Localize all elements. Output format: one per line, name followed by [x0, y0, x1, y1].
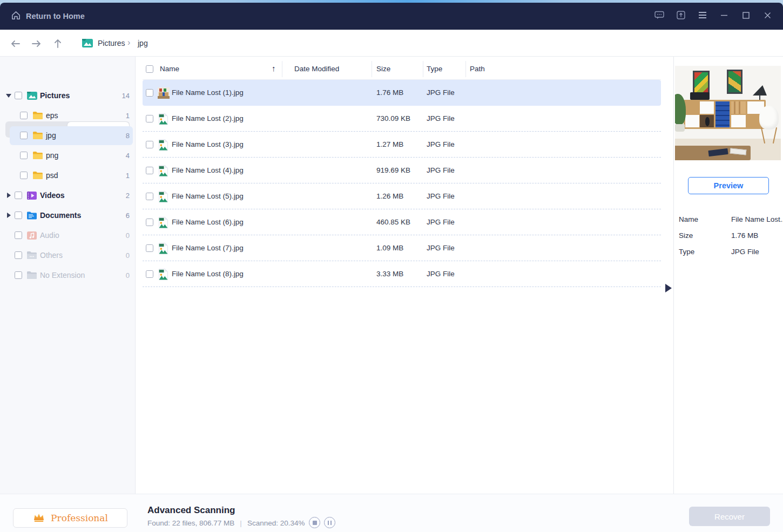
- sidebar-item-count: 8: [126, 132, 130, 140]
- file-row[interactable]: File Name Lost (2).jpg 730.09 KB JPG Fil…: [143, 106, 661, 132]
- navigation-toolbar: Pictures › jpg Filter Details: [0, 30, 783, 57]
- file-size: 3.33 MB: [376, 270, 403, 278]
- sidebar-item-count: 6: [126, 212, 130, 220]
- checkbox[interactable]: [20, 172, 28, 179]
- row-checkbox[interactable]: [146, 167, 153, 174]
- preview-panel: Preview Name File Name Lost.. Size 1.76 …: [673, 57, 783, 494]
- pictures-icon: [26, 91, 38, 103]
- pause-scan-button[interactable]: [324, 517, 335, 528]
- row-checkbox[interactable]: [146, 115, 153, 122]
- collapse-arrow-icon[interactable]: [6, 94, 11, 98]
- breadcrumb-root[interactable]: Pictures: [98, 39, 125, 47]
- sidebar-item-documents[interactable]: Documents 6: [0, 206, 135, 226]
- sidebar-item-audio[interactable]: Audio 0: [0, 226, 135, 245]
- select-all-checkbox[interactable]: [146, 65, 153, 73]
- row-checkbox[interactable]: [146, 89, 153, 97]
- stop-scan-button[interactable]: [309, 517, 320, 528]
- jpg-file-icon: [158, 243, 170, 254]
- checkbox[interactable]: [15, 92, 22, 99]
- file-row[interactable]: File Name Lost (7).jpg 1.09 MB JPG File: [143, 235, 661, 261]
- close-button[interactable]: [761, 10, 774, 22]
- column-header-size[interactable]: Size: [376, 65, 390, 73]
- file-name: File Name Lost (6).jpg: [172, 218, 244, 226]
- menu-button[interactable]: [696, 10, 709, 22]
- row-checkbox[interactable]: [146, 219, 153, 226]
- preview-field-type: Type JPG File: [674, 248, 783, 256]
- checkbox[interactable]: [15, 231, 22, 239]
- sidebar-item-count: 4: [126, 152, 130, 160]
- sidebar-item-pictures[interactable]: Pictures 14: [0, 86, 135, 106]
- row-checkbox[interactable]: [146, 141, 153, 148]
- preview-button[interactable]: Preview: [688, 177, 769, 194]
- jpg-file-icon: [158, 113, 170, 125]
- jpg-file-icon: [158, 139, 170, 151]
- file-size: 460.85 KB: [376, 218, 410, 226]
- sidebar-item-videos[interactable]: Videos 2: [0, 186, 135, 206]
- file-row[interactable]: File Name Lost (5).jpg 1.26 MB JPG File: [143, 183, 661, 209]
- stop-icon: [313, 521, 317, 525]
- row-checkbox[interactable]: [146, 270, 153, 278]
- file-row[interactable]: File Name Lost (4).jpg 919.69 KB JPG Fil…: [143, 158, 661, 183]
- file-row[interactable]: File Name Lost (3).jpg 1.27 MB JPG File: [143, 132, 661, 158]
- others-folder-icon: [26, 251, 37, 262]
- file-size: 1.76 MB: [376, 88, 403, 97]
- row-checkbox[interactable]: [146, 244, 153, 252]
- sidebar-item-label: No Extension: [40, 271, 85, 279]
- file-size: 730.09 KB: [376, 114, 410, 122]
- checkbox[interactable]: [15, 251, 22, 259]
- sidebar-item-psd[interactable]: psd 1: [0, 166, 135, 186]
- file-type: JPG File: [427, 192, 455, 200]
- file-type: JPG File: [427, 244, 455, 252]
- videos-icon: [26, 191, 37, 202]
- column-header-name[interactable]: Name: [160, 65, 179, 73]
- row-checkbox[interactable]: [146, 193, 153, 200]
- sidebar-item-no-extension[interactable]: No Extension 0: [0, 265, 135, 285]
- column-header-type[interactable]: Type: [427, 65, 442, 73]
- file-size: 1.09 MB: [376, 244, 403, 252]
- file-name: File Name Lost (1).jpg: [172, 88, 244, 97]
- file-row[interactable]: File Name Lost (8).jpg 3.33 MB JPG File: [143, 261, 661, 287]
- file-type: JPG File: [427, 140, 455, 148]
- file-type: JPG File: [427, 270, 455, 278]
- expand-arrow-icon[interactable]: [7, 193, 11, 198]
- documents-icon: [26, 211, 37, 222]
- recover-button[interactable]: Recover: [689, 507, 770, 526]
- sidebar: Path Type Pictures 14 eps 1: [0, 57, 135, 494]
- sidebar-item-count: 1: [126, 172, 130, 180]
- sidebar-item-jpg[interactable]: jpg 8: [0, 126, 135, 146]
- minimize-button[interactable]: [718, 10, 731, 22]
- field-label: Type: [679, 248, 694, 256]
- column-divider: [282, 61, 282, 77]
- column-header-path[interactable]: Path: [470, 65, 485, 73]
- column-header-date-modified[interactable]: Date Modified: [294, 65, 339, 73]
- upgrade-button[interactable]: [674, 10, 687, 22]
- checkbox[interactable]: [15, 212, 22, 219]
- file-row[interactable]: File Name Lost (6).jpg 460.85 KB JPG Fil…: [143, 209, 661, 235]
- field-label: Size: [679, 231, 693, 240]
- expand-arrow-icon[interactable]: [7, 213, 11, 218]
- file-type: JPG File: [427, 166, 455, 174]
- sidebar-item-others[interactable]: Others 0: [0, 245, 135, 265]
- folder-icon: [32, 111, 43, 122]
- checkbox[interactable]: [20, 112, 28, 119]
- up-button[interactable]: [51, 37, 65, 51]
- title-bar: Return to Home: [0, 3, 783, 30]
- sidebar-item-eps[interactable]: eps 1: [0, 106, 135, 126]
- checkbox[interactable]: [20, 152, 28, 159]
- checkbox[interactable]: [15, 192, 22, 199]
- feedback-icon: [654, 10, 665, 22]
- file-name: File Name Lost (5).jpg: [172, 192, 244, 200]
- forward-button[interactable]: [29, 37, 43, 51]
- return-home-button[interactable]: Return to Home: [11, 10, 85, 23]
- maximize-button[interactable]: [739, 10, 752, 22]
- file-row[interactable]: File Name Lost (1).jpg 1.76 MB JPG File: [143, 80, 661, 106]
- sort-ascending-icon[interactable]: ↑: [272, 64, 276, 73]
- jpg-file-icon: [158, 165, 170, 176]
- checkbox[interactable]: [20, 132, 28, 139]
- back-button[interactable]: [9, 37, 23, 51]
- checkbox[interactable]: [15, 271, 22, 279]
- sidebar-item-png[interactable]: png 4: [0, 146, 135, 166]
- feedback-button[interactable]: [653, 10, 666, 22]
- professional-button[interactable]: Professional: [13, 508, 127, 528]
- collapse-preview-panel-handle[interactable]: [665, 284, 672, 292]
